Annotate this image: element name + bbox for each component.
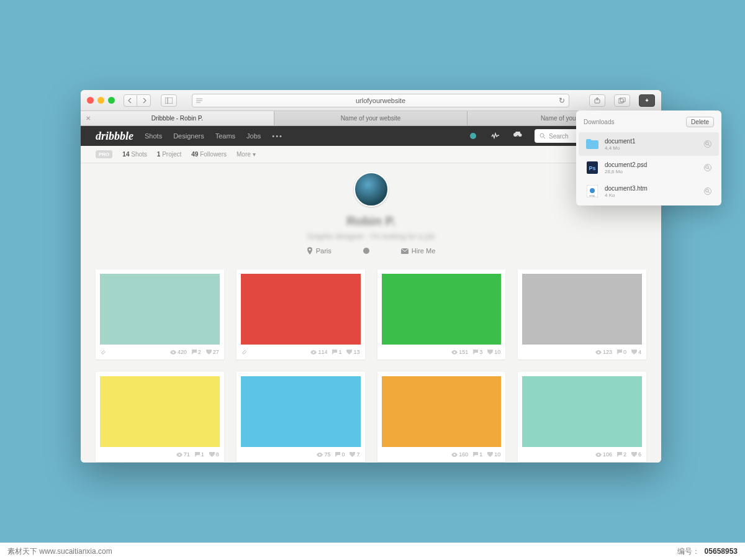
stat-shots[interactable]: 14 Shots xyxy=(122,151,147,158)
hire-me-button[interactable]: Hire Me xyxy=(401,247,436,255)
heart-icon xyxy=(487,452,493,457)
reveal-in-finder-button[interactable] xyxy=(704,187,711,195)
shot-card[interactable]: 160110 xyxy=(377,372,506,462)
svg-point-16 xyxy=(313,351,315,353)
file-icon xyxy=(586,137,598,151)
eye-icon xyxy=(451,453,458,457)
back-button[interactable] xyxy=(124,94,137,107)
activity-icon[interactable] xyxy=(490,130,501,142)
website-link[interactable] xyxy=(363,247,370,255)
stat-more[interactable]: More ▾ xyxy=(237,151,256,158)
shot-card[interactable]: 7118 xyxy=(96,372,224,462)
file-size: 4 Ko xyxy=(605,192,698,198)
stat-projects[interactable]: 1 Project xyxy=(157,151,181,158)
svg-text:Ps: Ps xyxy=(589,165,595,171)
comment-icon xyxy=(473,350,478,355)
nav-designers[interactable]: Designers xyxy=(173,132,204,140)
shot-stats: 7118 xyxy=(96,447,224,462)
comments: 1 xyxy=(195,451,204,458)
reveal-in-finder-button[interactable] xyxy=(704,164,711,171)
profile: Robin P. Graphic designer · I'm looking … xyxy=(81,163,661,261)
stat-followers[interactable]: 49 Followers xyxy=(191,151,227,158)
svg-point-22 xyxy=(598,454,600,456)
tabs-button[interactable] xyxy=(614,94,630,107)
views: 160 xyxy=(451,451,468,458)
address-bar[interactable]: urlofyourwebsite ↻ xyxy=(192,94,569,107)
comments: 3 xyxy=(473,349,482,355)
nav-more-icon[interactable]: ••• xyxy=(272,132,283,140)
downloads-title: Downloads xyxy=(584,119,614,125)
reader-icon[interactable] xyxy=(196,98,202,103)
svg-point-15 xyxy=(172,351,174,353)
file-size: 4,4 Mo xyxy=(605,145,698,151)
likes: 10 xyxy=(487,349,500,355)
shot-card[interactable]: 151310 xyxy=(377,269,506,359)
share-button[interactable] xyxy=(589,94,605,107)
shot-card[interactable]: 420227 xyxy=(96,269,224,359)
svg-point-12 xyxy=(309,249,310,251)
shot-card[interactable]: 10626 xyxy=(518,372,646,462)
views: 75 xyxy=(317,451,330,458)
reveal-in-finder-button[interactable] xyxy=(704,140,711,148)
views: 71 xyxy=(176,451,190,458)
tab-1[interactable]: Name of your website xyxy=(274,111,468,125)
shot-card[interactable]: 114113 xyxy=(237,269,365,359)
shot-thumb xyxy=(100,274,220,345)
comments: 1 xyxy=(332,349,341,355)
download-item[interactable]: document14,4 Mo xyxy=(579,132,719,156)
likes: 6 xyxy=(631,451,641,458)
nav-back-forward xyxy=(124,94,151,107)
minimize-icon[interactable] xyxy=(97,97,104,104)
shot-stats: 10626 xyxy=(518,447,646,462)
avatar[interactable] xyxy=(354,172,389,207)
svg-point-10 xyxy=(540,133,544,137)
eye-icon xyxy=(595,453,602,457)
traffic-lights xyxy=(87,97,115,104)
likes: 13 xyxy=(346,349,359,355)
likes: 8 xyxy=(209,451,219,458)
nav-shots[interactable]: Shots xyxy=(145,132,162,140)
svg-line-28 xyxy=(708,168,710,169)
tab-0[interactable]: ✕ Dribbble - Robin P. xyxy=(81,111,274,125)
nav-jobs[interactable]: Jobs xyxy=(246,132,261,140)
forward-button[interactable] xyxy=(137,94,151,107)
svg-rect-7 xyxy=(620,97,625,102)
globe-icon[interactable] xyxy=(467,130,479,142)
location[interactable]: Paris xyxy=(307,247,332,255)
comment-icon xyxy=(192,350,197,355)
delete-button[interactable]: Delete xyxy=(686,117,714,127)
download-item[interactable]: Psdocument2.psd28,6 Mo xyxy=(579,156,719,179)
close-icon[interactable] xyxy=(87,97,94,104)
maximize-icon[interactable] xyxy=(108,97,115,104)
logo[interactable]: dribbble xyxy=(96,130,133,143)
shot-card[interactable]: 7507 xyxy=(237,372,365,462)
shot-thumb xyxy=(241,274,361,345)
shot-thumb xyxy=(382,274,502,345)
svg-point-13 xyxy=(363,248,369,254)
comments: 1 xyxy=(473,451,482,458)
likes: 7 xyxy=(350,451,359,458)
likes: 10 xyxy=(487,451,500,458)
shot-stats: 7507 xyxy=(237,447,365,462)
pro-badge: PRO xyxy=(96,150,112,158)
download-item[interactable]: HTMLdocument3.htm4 Ko xyxy=(579,179,719,203)
views: 420 xyxy=(170,349,187,355)
close-tab-icon[interactable]: ✕ xyxy=(86,115,91,122)
nav-teams[interactable]: Teams xyxy=(215,132,235,140)
downloads-button[interactable] xyxy=(639,94,655,107)
chevron-down-icon: ▾ xyxy=(253,151,256,158)
pin-icon xyxy=(307,247,313,255)
reload-icon[interactable]: ↻ xyxy=(559,96,565,105)
upload-icon[interactable] xyxy=(512,130,523,142)
titlebar: urlofyourwebsite ↻ xyxy=(81,90,661,111)
file-name: document2.psd xyxy=(605,161,698,168)
eye-icon xyxy=(170,350,176,355)
views: 123 xyxy=(595,349,612,355)
sidebar-toggle-button[interactable] xyxy=(161,94,177,107)
shot-thumb xyxy=(522,376,642,447)
tab-label: Dribbble - Robin P. xyxy=(151,115,203,122)
shot-card[interactable]: 12304 xyxy=(518,269,646,359)
shot-stats: 420227 xyxy=(96,345,224,359)
shot-stats: 151310 xyxy=(377,345,506,359)
views: 114 xyxy=(310,349,327,355)
